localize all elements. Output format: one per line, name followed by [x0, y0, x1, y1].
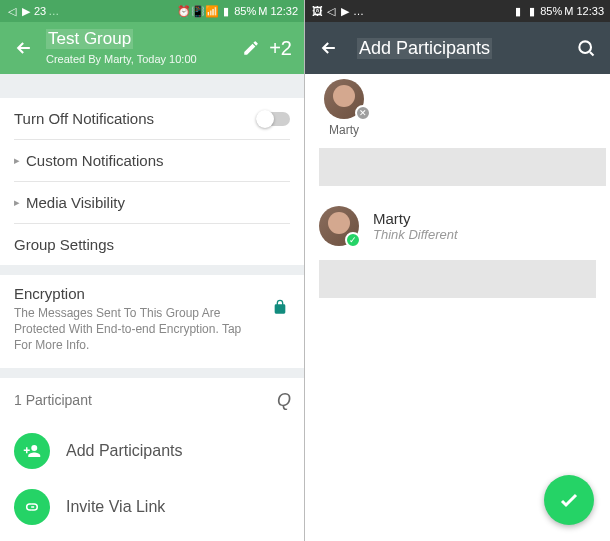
edit-button[interactable]: [239, 36, 263, 60]
caret-icon: ▸: [14, 154, 20, 167]
group-header: Test Group Created By Marty, Today 10:00…: [0, 22, 304, 74]
contact-name: Marty: [373, 210, 458, 227]
list-separator: [319, 148, 606, 186]
search-participants-button[interactable]: Q: [277, 390, 290, 411]
link-icon: [14, 489, 50, 525]
nav-icon: ◁: [325, 5, 337, 17]
lock-icon: [272, 299, 288, 315]
wifi-icon: 📶: [206, 5, 218, 17]
media-visibility-row[interactable]: ▸ Media Visibility: [0, 182, 304, 223]
row-label: Turn Off Notifications: [14, 110, 256, 127]
battery-percent: 85%: [234, 5, 256, 17]
add-participants-screen: 🖼 ◁ ▶ … ▮ ▮ 85% M 12:33 Add Participants…: [305, 0, 610, 541]
group-subtitle: Created By Marty, Today 10:00: [46, 53, 197, 65]
check-icon: ✓: [345, 232, 361, 248]
encryption-title: Encryption: [14, 285, 290, 302]
add-person-icon: [14, 433, 50, 469]
back-button[interactable]: [12, 36, 36, 60]
svg-point-0: [579, 41, 591, 53]
participant-count: +2: [269, 37, 292, 60]
status-badge: 23: [34, 5, 46, 17]
nav-icon: ◁: [6, 5, 18, 17]
participants-header: 1 Participant Q: [0, 378, 304, 423]
invite-via-link-row[interactable]: Invite Via Link: [0, 479, 304, 535]
selected-chip[interactable]: ✕ Marty: [319, 79, 369, 137]
chip-name: Marty: [329, 123, 359, 137]
status-bar: 🖼 ◁ ▶ … ▮ ▮ 85% M 12:33: [305, 0, 610, 22]
notifications-switch[interactable]: [256, 112, 290, 126]
selected-participants-strip: ✕ Marty: [305, 74, 610, 142]
contact-status: Think Different: [373, 227, 458, 242]
encryption-text: The Messages Sent To This Group Are Prot…: [14, 305, 290, 354]
contact-row[interactable]: ✓ Marty Think Different: [305, 198, 610, 254]
participants-count: 1 Participant: [14, 392, 92, 408]
row-label: Custom Notifications: [26, 152, 290, 169]
action-label: Add Participants: [66, 442, 183, 460]
alarm-icon: ⏰: [178, 5, 190, 17]
signal-icon: ▮: [220, 5, 232, 17]
clock: M 12:32: [258, 5, 298, 17]
search-button[interactable]: [574, 36, 598, 60]
play-icon: ▶: [339, 5, 351, 17]
remove-chip-button[interactable]: ✕: [355, 105, 371, 121]
image-icon: 🖼: [311, 5, 323, 17]
play-icon: ▶: [20, 5, 32, 17]
caret-icon: ▸: [14, 196, 20, 209]
battery-percent: 85%: [540, 5, 562, 17]
back-button[interactable]: [317, 36, 341, 60]
group-title[interactable]: Test Group: [46, 29, 133, 49]
encryption-row[interactable]: Encryption The Messages Sent To This Gro…: [0, 275, 304, 368]
group-info-screen: ◁ ▶ 23 … ⏰ 📳 📶 ▮ 85% M 12:32 Test Group …: [0, 0, 305, 541]
spacer: [0, 74, 304, 98]
group-settings-row[interactable]: Group Settings: [0, 224, 304, 265]
row-label: Group Settings: [14, 236, 290, 253]
spacer: [0, 368, 304, 378]
vibrate-icon: 📳: [192, 5, 204, 17]
clock: M 12:33: [564, 5, 604, 17]
spacer: [0, 265, 304, 275]
row-label: Media Visibility: [26, 194, 290, 211]
status-bar: ◁ ▶ 23 … ⏰ 📳 📶 ▮ 85% M 12:32: [0, 0, 304, 22]
confirm-button[interactable]: [544, 475, 594, 525]
battery-icon: ▮: [512, 5, 524, 17]
add-participants-row[interactable]: Add Participants: [0, 423, 304, 479]
add-participants-header: Add Participants: [305, 22, 610, 74]
list-separator: [319, 260, 596, 298]
custom-notifications-row[interactable]: ▸ Custom Notifications: [0, 140, 304, 181]
signal-icon: ▮: [526, 5, 538, 17]
turn-off-notifications-row[interactable]: Turn Off Notifications: [0, 98, 304, 139]
screen-title: Add Participants: [357, 38, 492, 59]
action-label: Invite Via Link: [66, 498, 165, 516]
